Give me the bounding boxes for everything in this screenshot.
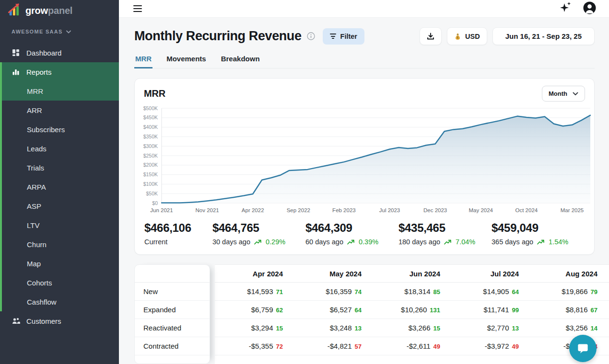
table-cell: $3,26615 [372,324,451,332]
main-area: Monthly Recurring Revenue Filter [119,0,609,364]
customers-icon [12,318,20,324]
tab-movements[interactable]: Movements [165,52,207,68]
stat-value: $459,049 [492,221,585,235]
table-cell: -$4,82157 [293,342,372,351]
table-cell: $6,75962 [215,306,293,314]
money-bag-icon [454,33,461,40]
svg-text:Mar 2025: Mar 2025 [561,207,584,213]
stat-value: $464,765 [212,221,305,235]
table-data-col[interactable]: Apr 2024May 2024Jun 2024Jul 2024Aug 2024… [215,264,609,364]
stat-block: $464,30960 days ago0.39% [305,221,398,246]
table-cell: $2,77013 [451,324,529,332]
table-cell: $18,31485 [372,287,451,296]
table-cell: $14,59371 [215,287,293,296]
sidebar-item-arr[interactable]: ARR [2,101,119,120]
currency-label: USD [465,33,480,40]
trending-up-icon [347,239,355,245]
period-selector-value: Month [549,90,567,97]
download-icon [427,33,434,40]
table-cell: -$3,97249 [451,342,529,351]
svg-text:$500K: $500K [143,105,158,111]
svg-text:Sep 2022: Sep 2022 [287,207,310,213]
trending-up-icon [444,239,452,245]
sidebar-item-customers[interactable]: Customers [0,311,119,330]
download-button[interactable] [420,27,442,45]
sidebar-item-map[interactable]: Map [2,254,119,273]
row-label-contracted: Contracted [135,337,210,355]
filter-button[interactable]: Filter [323,28,364,45]
currency-button[interactable]: USD [447,27,487,45]
tab-breakdown[interactable]: Breakdown [220,52,261,68]
chevron-down-icon [573,92,578,96]
sidebar-item-ltv[interactable]: LTV [2,216,119,235]
trending-up-icon [537,239,545,245]
page-title: Monthly Recurring Revenue [134,29,302,44]
stat-change: 0.29% [266,238,285,246]
chevron-down-icon [66,29,71,34]
brand-name-light: panel [48,5,72,16]
svg-text:$250K: $250K [143,153,158,159]
svg-text:Dec 2023: Dec 2023 [423,207,447,213]
svg-text:$0: $0 [152,200,158,206]
column-header[interactable]: Aug 2024 [529,270,608,278]
sidebar-item-churn[interactable]: Churn [2,235,119,254]
table-header-row: Apr 2024May 2024Jun 2024Jul 2024Aug 2024 [215,265,609,283]
app-window: growpanel AWESOME SAAS Dashboard [0,0,609,364]
svg-text:$350K: $350K [143,134,158,139]
stat-value: $435,465 [398,221,492,235]
svg-text:$150K: $150K [143,171,158,177]
ai-sparkle-icon[interactable] [559,2,572,15]
svg-text:Oct 2024: Oct 2024 [515,207,538,213]
stat-change: 1.54% [549,238,568,246]
table-cell: -$2,61149 [372,342,451,351]
sidebar-item-label: Dashboard [26,49,61,57]
sidebar-item-arpa[interactable]: ARPA [2,177,119,196]
stat-label: Current [144,238,167,246]
tab-mrr[interactable]: MRR [134,52,152,68]
sidebar-item-label: Reports [26,68,52,76]
table-cell: $19,86679 [529,287,608,296]
column-header[interactable]: May 2024 [293,270,372,278]
period-selector[interactable]: Month [542,86,585,102]
sidebar-item-asp[interactable]: ASP [2,196,119,216]
reports-subnav: MRRARRSubscribersLeadsTrialsARPAASPLTVCh… [2,81,119,311]
chat-icon [576,342,589,355]
table-cell: $11,74199 [451,306,529,314]
stat-value: $464,309 [305,221,398,235]
row-label-new: New [135,283,210,301]
sidebar-item-dashboard[interactable]: Dashboard [0,43,119,62]
date-range-button[interactable]: Jun 16, 21 - Sep 23, 25 [492,27,595,45]
sidebar-item-cashflow[interactable]: Cashflow [2,292,119,311]
column-header[interactable]: Apr 2024 [215,270,293,278]
table-cell: $3,29415 [215,324,293,332]
row-label-reactivated: Reactivated [135,319,210,337]
mrr-chart[interactable]: $0$50K$100K$150K$200K$250K$300K$350K$400… [135,103,594,216]
user-avatar[interactable] [583,1,596,16]
table-cell: $10,260131 [372,306,451,314]
column-header[interactable]: Jul 2024 [451,270,529,278]
column-header[interactable]: Jun 2024 [372,270,451,278]
sidebar-item-reports[interactable]: Reports [2,62,119,81]
stat-label: 60 days ago [305,238,343,246]
svg-text:May 2024: May 2024 [468,207,493,213]
sidebar-item-cohorts[interactable]: Cohorts [2,273,119,292]
sidebar-item-trials[interactable]: Trials [2,158,119,177]
stat-change: 7.04% [456,238,475,246]
chart-title: MRR [144,88,165,99]
brand-logo[interactable]: growpanel [0,0,119,19]
svg-text:$300K: $300K [143,143,158,149]
sidebar-item-subscribers[interactable]: Subscribers [2,120,119,139]
svg-text:$200K: $200K [143,162,158,168]
sidebar-item-leads[interactable]: Leads [2,139,119,158]
table-row: $6,75962$6,52764$10,260131$11,74199$8,81… [215,301,609,319]
table-row: $14,59371$16,35974$18,31485$14,90564$19,… [215,283,609,301]
info-icon[interactable] [307,32,315,40]
chat-widget-button[interactable] [569,335,597,362]
sidebar-item-mrr[interactable]: MRR [2,81,119,101]
svg-text:Nov 2021: Nov 2021 [195,207,219,213]
table-cell: $8,81667 [529,306,608,314]
table-label-col: NewExpandedReactivatedContracted [134,264,210,364]
workspace-switcher[interactable]: AWESOME SAAS [0,19,119,35]
table-cell: $3,25614 [529,324,608,332]
hamburger-menu-icon[interactable] [133,5,142,12]
